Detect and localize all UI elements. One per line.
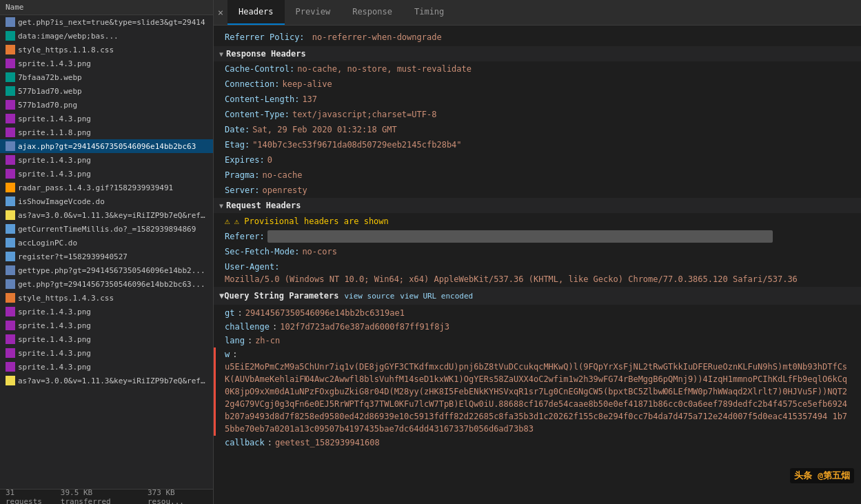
qs-param-key: gt: [225, 307, 234, 319]
file-icon-php: [6, 17, 15, 27]
file-name-label: register?t=1582939940527: [18, 252, 128, 261]
file-name-label: style_https.1.1.8.css: [18, 46, 114, 54]
tab-close-button[interactable]: ×: [214, 0, 227, 25]
file-name-label: sprite.1.1.8.png: [18, 128, 91, 137]
qs-param-colon: :: [232, 348, 237, 361]
query-string-arrow: ▼: [219, 291, 224, 301]
file-item[interactable]: sprite.1.4.3.png: [0, 360, 213, 374]
referer-value-redacted: [267, 230, 773, 243]
file-item[interactable]: 577b1ad70.webp: [0, 84, 213, 98]
file-name-label: ajax.php?gt=29414567350546096e14bb2bc63: [18, 142, 196, 151]
response-header-row: Cache-Control:no-cache, no-store, must-r…: [214, 61, 861, 77]
tab-response[interactable]: Response: [341, 0, 403, 25]
file-item[interactable]: accLoginPC.do: [0, 236, 213, 250]
tab-preview[interactable]: Preview: [285, 0, 342, 25]
qs-param-colon: :: [247, 334, 252, 347]
file-icon-png: [6, 169, 15, 179]
file-icon-png: [6, 334, 15, 344]
file-item[interactable]: 7bfaaa72b.webp: [0, 70, 213, 84]
file-icon-webp: [6, 86, 15, 96]
header-value: 0: [267, 154, 272, 166]
file-item[interactable]: sprite.1.4.3.png: [0, 112, 213, 125]
file-item[interactable]: isShowImageVcode.do: [0, 194, 213, 208]
response-header-row: Expires:0: [214, 152, 861, 168]
header-key: Referer:: [225, 230, 265, 243]
file-item[interactable]: get.php?gt=29414567350546096e14bb2bc63..…: [0, 277, 213, 291]
header-value: text/javascript;charset=UTF-8: [292, 108, 437, 121]
query-string-section-header[interactable]: ▼ Query String Parameters view source vi…: [214, 287, 861, 305]
file-item[interactable]: sprite.1.1.8.png: [0, 125, 213, 139]
file-icon-png: [6, 348, 15, 358]
header-value: Sat, 29 Feb 2020 01:32:18 GMT: [252, 123, 397, 136]
file-item[interactable]: ajax.php?gt=29414567350546096e14bb2bc63: [0, 139, 213, 153]
file-item[interactable]: sprite.1.4.3.png: [0, 167, 213, 181]
request-headers-section[interactable]: ▼ Request Headers: [214, 198, 861, 213]
file-item[interactable]: as?av=3.0.0&v=1.11.3&key=iRiIZP9b7eQ&ref…: [0, 208, 213, 222]
request-header-row: User-Agent:Mozilla/5.0 (Windows NT 10.0;…: [214, 259, 861, 287]
header-key: Pragma:: [225, 169, 260, 181]
file-list: get.php?is_next=true&type=slide3&gt=2941…: [0, 15, 213, 489]
response-headers-section[interactable]: ▼ Response Headers: [214, 46, 861, 61]
file-name-label: 577b1ad70.png: [18, 101, 77, 110]
file-item[interactable]: style_https.1.1.8.css: [0, 43, 213, 57]
tab-headers[interactable]: Headers: [227, 0, 285, 25]
file-item[interactable]: gettype.php?gt=29414567350546096e14bb2..…: [0, 263, 213, 277]
referrer-policy-value: no-referrer-when-downgrade: [312, 32, 442, 42]
file-name-label: sprite.1.4.3.png: [18, 59, 91, 68]
file-name-label: get.php?is_next=true&type=slide3&gt=2941…: [18, 18, 205, 27]
tab-timing[interactable]: Timing: [403, 0, 455, 25]
file-item[interactable]: sprite.1.4.3.png: [0, 57, 213, 70]
file-name-label: sprite.1.4.3.png: [18, 349, 91, 358]
query-string-params: gt:29414567350546096e14bb2bc6319ae1chall…: [214, 305, 861, 451]
file-name-label: as?av=3.0.0&v=1.11.3&key=iRiIZP9b7eQ&ref…: [18, 376, 207, 385]
file-item[interactable]: sprite.1.4.3.png: [0, 305, 213, 319]
request-header-row: Referer:: [214, 229, 861, 244]
response-header-row: Pragma:no-cache: [214, 168, 861, 183]
referrer-policy-key: Referrer Policy:: [225, 32, 305, 42]
file-item[interactable]: sprite.1.4.3.png: [0, 332, 213, 346]
view-source-link[interactable]: view source: [344, 292, 394, 301]
qs-param-value: geetest_1582939941608: [275, 436, 380, 449]
file-item[interactable]: radar_pass.1.4.3.gif?1582939939491: [0, 181, 213, 194]
file-icon-png: [6, 59, 15, 68]
file-icon-png: [6, 307, 15, 316]
query-string-actions: view source view URL encoded: [344, 292, 473, 301]
header-key: Cache-Control:: [225, 63, 294, 75]
panel-title: Name: [6, 3, 24, 12]
transferred-size: 39.5 KB transferred: [61, 488, 136, 505]
warning-icon: ⚠: [225, 216, 230, 226]
file-item[interactable]: 577b1ad70.png: [0, 98, 213, 112]
tabs-bar: × HeadersPreviewResponseTiming: [214, 0, 861, 26]
response-header-row: Content-Type:text/javascript;charset=UTF…: [214, 107, 861, 122]
file-name-label: sprite.1.4.3.png: [18, 321, 91, 330]
file-item[interactable]: register?t=1582939940527: [0, 250, 213, 263]
file-name-label: sprite.1.4.3.png: [18, 363, 91, 372]
qs-param-colon: :: [267, 436, 272, 449]
header-value: no-cache: [263, 169, 303, 181]
file-item[interactable]: style_https.1.4.3.css: [0, 291, 213, 305]
right-panel: × HeadersPreviewResponseTiming Referrer …: [214, 0, 861, 504]
qs-param-row: callback:geetest_1582939941608: [214, 436, 861, 450]
file-item[interactable]: sprite.1.4.3.png: [0, 346, 213, 360]
file-item[interactable]: data:image/webp;bas...: [0, 29, 213, 43]
header-value: no-cors: [302, 245, 337, 258]
qs-param-row: lang:zh-cn: [214, 334, 861, 347]
file-item[interactable]: getCurrentTimeMillis.do?_=1582939894869: [0, 222, 213, 236]
header-key: Etag:: [225, 139, 250, 151]
file-name-label: get.php?gt=29414567350546096e14bb2bc63..…: [18, 280, 205, 289]
file-item[interactable]: sprite.1.4.3.png: [0, 153, 213, 167]
view-url-encoded-link[interactable]: view URL encoded: [400, 292, 473, 301]
file-item[interactable]: sprite.1.4.3.png: [0, 319, 213, 332]
qs-param-value: 29414567350546096e14bb2bc6319ae1: [245, 307, 405, 319]
header-value: no-cache, no-store, must-revalidate: [297, 63, 472, 75]
qs-param-key: w: [225, 348, 230, 361]
header-key: Connection:: [225, 78, 279, 90]
response-headers-arrow: ▼: [219, 50, 223, 58]
file-icon-png: [6, 321, 15, 330]
qs-param-value: u5EiE2MoPmCzM9a5ChUnr7iq1v(DE8jgGYF3CTKd…: [225, 361, 850, 435]
header-value: openresty: [263, 184, 307, 196]
response-headers-title: Response Headers: [226, 49, 306, 59]
file-item[interactable]: as?av=3.0.0&v=1.11.3&key=iRiIZP9b7eQ&ref…: [0, 374, 213, 387]
file-item[interactable]: get.php?is_next=true&type=slide3&gt=2941…: [0, 15, 213, 29]
file-name-label: isShowImageVcode.do: [18, 197, 105, 206]
